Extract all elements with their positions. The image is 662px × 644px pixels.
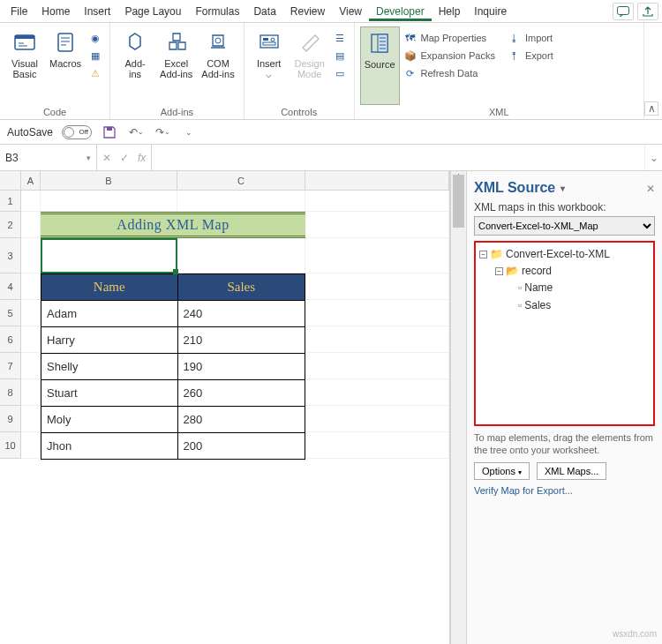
- col-header-c[interactable]: C: [177, 171, 305, 191]
- vertical-scrollbar[interactable]: ▲: [450, 171, 466, 644]
- autosave-label: AutoSave: [7, 126, 53, 139]
- menu-developer[interactable]: Developer: [369, 2, 432, 21]
- excel-addins-button[interactable]: Excel Add-ins: [156, 26, 196, 105]
- close-icon[interactable]: ✕: [646, 183, 655, 195]
- menu-insert[interactable]: Insert: [77, 2, 117, 21]
- view-code-icon: ▤: [333, 49, 347, 63]
- row-header[interactable]: 2: [0, 212, 21, 238]
- menu-bar: File Home Insert Page Layou Formulas Dat…: [0, 0, 662, 23]
- table-row[interactable]: Shelly190: [41, 354, 305, 380]
- collapse-icon[interactable]: −: [479, 251, 487, 258]
- table-row[interactable]: Moly280: [41, 407, 305, 433]
- insert-control-button[interactable]: Insert ⌵: [250, 26, 289, 105]
- xml-import-button[interactable]: ⭳Import: [506, 30, 555, 46]
- col-header-a[interactable]: A: [21, 171, 41, 191]
- tree-leaf[interactable]: Name: [524, 280, 553, 296]
- properties-icon: ☰: [333, 31, 347, 45]
- qat-dropdown[interactable]: ⌄: [180, 124, 198, 141]
- ribbon: Visual Basic Macros ◉ ▦ ⚠ Code Add- ins …: [0, 23, 662, 120]
- row-header[interactable]: 4: [0, 273, 21, 300]
- row-header[interactable]: 3: [0, 238, 21, 273]
- chevron-down-icon: ▾: [518, 468, 522, 476]
- chevron-down-icon: ⌵: [266, 69, 272, 79]
- row-header[interactable]: 6: [0, 326, 21, 353]
- com-addins-button[interactable]: COM Add-ins: [198, 26, 237, 105]
- export-icon: ⭱: [508, 49, 522, 63]
- run-dialog-button[interactable]: ▭: [331, 65, 349, 81]
- scroll-thumb[interactable]: [453, 175, 464, 228]
- share-icon[interactable]: [637, 3, 658, 20]
- xml-map-select[interactable]: Convert-Excel-to-XML_Map: [474, 216, 655, 236]
- expand-formula-bar[interactable]: ⌄: [644, 145, 662, 170]
- col-header-b[interactable]: B: [41, 171, 177, 191]
- properties-button[interactable]: ☰: [331, 30, 349, 46]
- chevron-down-icon[interactable]: ▾: [560, 183, 565, 193]
- ribbon-group-xml: Source 🗺Map Properties 📦Expansion Packs …: [355, 23, 644, 119]
- collapse-ribbon-button[interactable]: ∧: [644, 101, 658, 116]
- visual-basic-button[interactable]: Visual Basic: [5, 26, 44, 105]
- menu-review[interactable]: Review: [283, 2, 332, 21]
- menu-formulas[interactable]: Formulas: [188, 2, 246, 21]
- row-header[interactable]: 9: [0, 406, 21, 432]
- tree-root[interactable]: Convert-Excel-to-XML: [506, 246, 610, 263]
- row-header[interactable]: 8: [0, 379, 21, 406]
- xml-tree[interactable]: − 📁 Convert-Excel-to-XML − 📂 record ▫ Na…: [474, 241, 655, 426]
- menu-view[interactable]: View: [332, 2, 369, 21]
- view-code-button[interactable]: ▤: [331, 48, 349, 64]
- menu-help[interactable]: Help: [432, 2, 468, 21]
- expansion-packs-button[interactable]: 📦Expansion Packs: [402, 48, 497, 64]
- visual-basic-label: Visual Basic: [11, 58, 38, 79]
- redo-button[interactable]: ↷⌄: [154, 124, 171, 141]
- xml-source-label: Source: [365, 59, 395, 70]
- row-header[interactable]: 5: [0, 300, 21, 326]
- menu-pagelayout[interactable]: Page Layou: [117, 2, 188, 21]
- insert-function-icon[interactable]: fx: [138, 152, 146, 164]
- xml-source-button[interactable]: Source: [360, 26, 400, 105]
- enter-formula-icon[interactable]: ✓: [120, 152, 129, 164]
- svg-rect-6: [263, 38, 268, 41]
- undo-button[interactable]: ↶⌄: [127, 124, 145, 141]
- pane-title: XML Source▾: [474, 180, 565, 196]
- record-macro-icon: ◉: [88, 31, 102, 45]
- table-row[interactable]: Stuart260: [41, 380, 305, 407]
- menu-inquire[interactable]: Inquire: [467, 2, 514, 21]
- macros-button[interactable]: Macros: [46, 26, 85, 105]
- name-box[interactable]: B3 ▾: [0, 145, 97, 170]
- svg-rect-3: [58, 34, 72, 51]
- row-header[interactable]: 1: [0, 191, 21, 212]
- menu-home[interactable]: Home: [34, 2, 77, 21]
- tree-record[interactable]: record: [522, 263, 552, 280]
- formula-input[interactable]: [152, 145, 644, 170]
- verify-map-link[interactable]: Verify Map for Export...: [474, 485, 655, 496]
- select-all-corner[interactable]: [0, 171, 21, 191]
- table-row[interactable]: Harry210: [41, 327, 305, 354]
- insert-control-label: Insert: [257, 58, 282, 69]
- worksheet[interactable]: A B C 1 2 3 4 5 6 7 8 9 10: [0, 171, 450, 644]
- menu-data[interactable]: Data: [246, 2, 282, 21]
- cancel-formula-icon[interactable]: ✕: [102, 152, 111, 164]
- record-macro-button[interactable]: ◉: [87, 30, 104, 46]
- svg-rect-0: [618, 6, 629, 14]
- xml-export-button[interactable]: ⭱Export: [506, 48, 555, 64]
- table-row[interactable]: Adam240: [41, 301, 305, 327]
- row-header[interactable]: 10: [0, 432, 21, 459]
- autosave-toggle[interactable]: Off: [62, 125, 92, 139]
- table-row[interactable]: Jhon200: [41, 433, 305, 460]
- xml-maps-button[interactable]: XML Maps...: [537, 462, 606, 480]
- comments-icon[interactable]: [613, 3, 634, 20]
- col-header-rest[interactable]: [305, 171, 449, 191]
- save-icon[interactable]: [101, 124, 118, 141]
- menu-file[interactable]: File: [4, 2, 34, 21]
- svg-rect-10: [378, 34, 387, 52]
- collapse-icon[interactable]: −: [495, 267, 503, 275]
- use-relative-button[interactable]: ▦: [87, 48, 104, 64]
- xml-source-icon: [365, 29, 394, 57]
- design-mode-button[interactable]: Design Mode: [290, 26, 329, 105]
- options-button[interactable]: Options ▾: [474, 462, 530, 480]
- addins-button[interactable]: Add- ins: [116, 26, 154, 105]
- refresh-data-button[interactable]: ⟳Refresh Data: [402, 65, 497, 81]
- row-header[interactable]: 7: [0, 353, 21, 379]
- macro-security-button[interactable]: ⚠: [87, 65, 104, 81]
- map-properties-button[interactable]: 🗺Map Properties: [402, 30, 497, 46]
- tree-leaf[interactable]: Sales: [524, 297, 551, 314]
